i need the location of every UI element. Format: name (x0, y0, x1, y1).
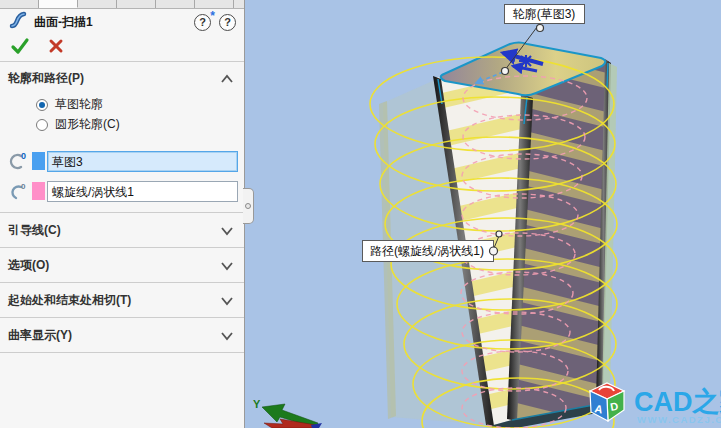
vertex-asterisk-icon (519, 55, 533, 67)
confirm-row (0, 35, 244, 61)
panel-tab-3[interactable] (78, 0, 117, 8)
panel-tab-filler (234, 0, 244, 8)
panel-title: 曲面-扫描1 (34, 14, 93, 31)
section-guide-curves[interactable]: 引导线(C) (0, 212, 244, 247)
radio-circular-profile[interactable]: 圆形轮廓(C) (36, 116, 244, 133)
help-icon[interactable]: ? (219, 14, 236, 31)
splitter-dot-icon (245, 203, 251, 209)
edge-highlight (607, 63, 608, 88)
chevron-down-icon (220, 261, 234, 271)
watermark-brand-text: CAD之家 (634, 387, 721, 417)
section-profile-and-path[interactable]: 轮廓和路径(P) (0, 62, 244, 94)
panel-title-row: 曲面-扫描1 ?* ? (0, 9, 244, 35)
profile-callout-text: 轮廓(草图3) (513, 7, 576, 21)
section-options[interactable]: 选项(O) (0, 247, 244, 282)
section-curvature-display-label: 曲率显示(Y) (8, 327, 72, 344)
profile-selection-row: 0 草图3 (4, 150, 238, 172)
svg-text:0: 0 (21, 182, 26, 191)
panel-splitter-handle[interactable] (243, 188, 254, 224)
section-start-end-tangency-label: 起始处和结束处相切(T) (8, 292, 131, 309)
callout-anchor-dot (502, 68, 509, 75)
path-selection-row: 0 螺旋线/涡状线1 (4, 180, 238, 202)
section-options-label: 选项(O) (8, 257, 49, 274)
section-curvature-display[interactable]: 曲率显示(Y) (0, 317, 244, 352)
chevron-down-icon (220, 331, 234, 341)
cadzj-watermark: D A CAD之家 WWW.CADZJ.COM (590, 383, 721, 425)
collapsed-sections: 引导线(C) 选项(O) 起始处和结束处相切(T) 曲率显示(Y) (0, 212, 244, 353)
radio-sketch-profile-label: 草图轮廓 (55, 96, 103, 113)
panel-tab-strip (0, 0, 244, 9)
path-selection-input[interactable]: 螺旋线/涡状线1 (47, 181, 238, 202)
path-callout-text: 路径(螺旋线/涡状线1) (370, 244, 484, 258)
svg-text:0: 0 (21, 151, 26, 161)
radio-circular-profile-label: 圆形轮廓(C) (55, 116, 120, 133)
radio-circle-icon (36, 119, 48, 131)
triad-y-label: Y (253, 398, 261, 410)
callout-handle-dot[interactable] (490, 247, 498, 255)
panel-tab-2-active[interactable] (39, 0, 78, 8)
property-manager-panel: 曲面-扫描1 ?* ? 轮廓和路径(P) (0, 0, 245, 428)
chevron-down-icon (220, 226, 234, 236)
section-profile-and-path-label: 轮廓和路径(P) (8, 70, 84, 87)
callout-handle-dot[interactable] (537, 25, 544, 32)
solidworks-window: 曲面-扫描1 ?* ? 轮廓和路径(P) (0, 0, 721, 428)
callout-anchor-dot (496, 231, 502, 237)
radio-dot-icon (36, 99, 48, 111)
profile-selection-input[interactable]: 草图3 (47, 151, 238, 172)
watermark-site-text: WWW.CADZJ.COM (637, 414, 721, 425)
section-guide-curves-label: 引导线(C) (8, 222, 61, 239)
path-color-swatch (32, 182, 45, 200)
panel-tab-6[interactable] (195, 0, 234, 8)
panel-tab-1[interactable] (0, 0, 39, 8)
panel-tab-5[interactable] (156, 0, 195, 8)
help-pin-icon[interactable]: ?* (194, 14, 211, 31)
chevron-up-icon (220, 74, 234, 84)
graphics-viewport[interactable]: 轮廓(草图3) 路径(螺旋线/涡状线1) Y D A (245, 0, 721, 428)
profile-color-swatch (32, 152, 45, 170)
section-start-end-tangency[interactable]: 起始处和结束处相切(T) (0, 282, 244, 317)
sweep-feature-icon (8, 10, 28, 34)
radio-sketch-profile[interactable]: 草图轮廓 (36, 96, 244, 113)
panel-tab-4[interactable] (117, 0, 156, 8)
ok-button[interactable] (10, 37, 30, 59)
profile-sketch-icon: 0 (4, 151, 28, 171)
path-curve-icon: 0 (4, 181, 28, 201)
cancel-button[interactable] (48, 38, 64, 58)
chevron-down-icon (220, 296, 234, 306)
